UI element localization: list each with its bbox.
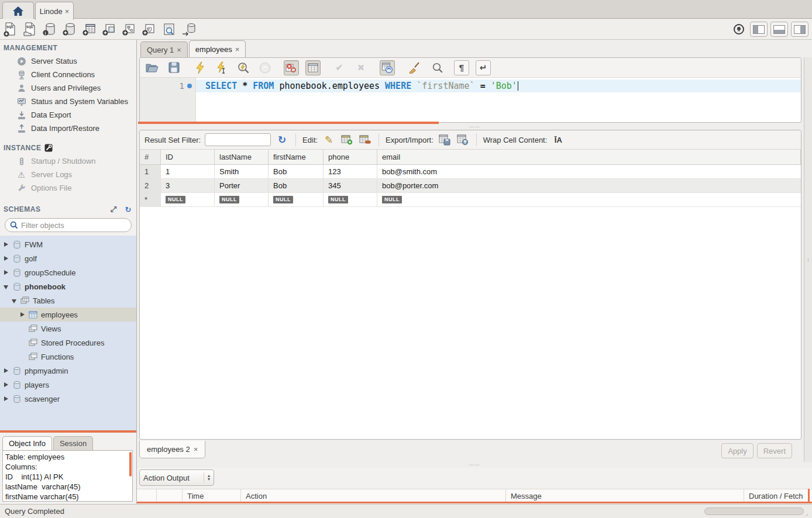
close-icon[interactable]: ×: [177, 46, 181, 54]
table-row[interactable]: 1 1 Smith Bob 123 bob@smith.com: [140, 165, 801, 179]
commit-icon[interactable]: ✔: [332, 60, 347, 75]
tab-employees[interactable]: employees ×: [189, 40, 246, 57]
sidebar-item-data-import[interactable]: Data Import/Restore: [0, 122, 136, 135]
explain-query-icon[interactable]: [236, 60, 251, 75]
expander-icon[interactable]: [4, 396, 9, 402]
open-sql-script-icon[interactable]: SQL: [20, 20, 40, 38]
new-view-icon[interactable]: [99, 20, 119, 38]
close-icon[interactable]: ×: [194, 445, 198, 454]
tree-item-schema-golf[interactable]: golf: [0, 251, 136, 265]
notification-icon[interactable]: [731, 20, 747, 38]
connection-tab-linode[interactable]: Linode ×: [35, 2, 74, 20]
column-header-lastname[interactable]: lastName: [215, 150, 269, 164]
tree-item-functions-folder[interactable]: Functions: [0, 350, 136, 364]
table-row-new[interactable]: * NULL NULL NULL NULL NULL: [140, 193, 801, 207]
tree-item-schema-groupschedule[interactable]: groupSchedule: [0, 265, 136, 279]
apply-button[interactable]: Apply: [721, 443, 753, 458]
new-schema-icon[interactable]: [60, 20, 80, 38]
output-splitter[interactable]: ⋯⋯: [137, 462, 812, 468]
tree-item-views-folder[interactable]: Views: [0, 322, 136, 336]
toggle-bottom-panel-button[interactable]: [770, 22, 788, 37]
close-icon[interactable]: ×: [65, 7, 70, 16]
output-col-action[interactable]: Action: [241, 489, 506, 502]
show-invisibles-icon[interactable]: ¶: [454, 60, 469, 75]
export-recordset-icon[interactable]: [438, 133, 452, 146]
wrap-text-icon[interactable]: ↵: [476, 60, 491, 75]
resize-grip-icon[interactable]: ⣠: [805, 511, 811, 517]
new-sql-tab-icon[interactable]: SQL: [0, 20, 20, 38]
result-filter-input[interactable]: [205, 133, 271, 146]
tree-item-schema-phonebook[interactable]: phonebook: [0, 279, 136, 293]
tab-employees-2[interactable]: employees 2 ×: [139, 441, 205, 458]
rollback-icon[interactable]: ✖: [353, 60, 369, 75]
sidebar-item-users-privileges[interactable]: Users and Privileges: [0, 81, 136, 95]
revert-button[interactable]: Revert: [757, 443, 792, 458]
import-recordset-icon[interactable]: [456, 133, 470, 146]
close-icon[interactable]: ×: [235, 45, 240, 54]
toggle-autocommit-icon[interactable]: [380, 60, 395, 75]
tab-query-1[interactable]: Query 1 ×: [140, 42, 188, 57]
tree-item-schema-scavenger[interactable]: scavenger: [0, 392, 136, 406]
new-function-icon[interactable]: f(): [139, 20, 159, 38]
refresh-result-icon[interactable]: ↻: [275, 133, 289, 146]
expand-schemas-icon[interactable]: ⤢: [111, 205, 117, 214]
sidebar-item-startup-shutdown[interactable]: Startup / Shutdown: [0, 154, 136, 168]
search-table-data-icon[interactable]: [159, 20, 179, 38]
expander-icon[interactable]: [4, 256, 9, 261]
expander-icon[interactable]: [20, 312, 25, 317]
sidebar-item-server-logs[interactable]: ⚠Server Logs: [0, 168, 136, 181]
expander-icon[interactable]: [12, 298, 17, 303]
table-row[interactable]: 2 3 Porter Bob 345 bob@porter.com: [140, 179, 801, 193]
sidebar-item-data-export[interactable]: Data Export: [0, 108, 136, 122]
sql-code-area[interactable]: 1 SELECT * FROM phonebook.employees WHER…: [140, 78, 801, 122]
tree-item-tables-folder[interactable]: Tables: [0, 293, 136, 308]
edit-cell-icon[interactable]: ✎: [322, 133, 336, 146]
execute-current-statement-icon[interactable]: [214, 60, 229, 75]
new-procedure-icon[interactable]: [119, 20, 139, 38]
tree-item-schema-players[interactable]: players: [0, 378, 136, 392]
sidebar-item-server-status[interactable]: Server Status: [0, 54, 136, 68]
new-table-icon[interactable]: [80, 20, 99, 38]
output-selector[interactable]: Action Output ▴▾: [139, 469, 214, 486]
stop-query-icon[interactable]: [257, 60, 273, 75]
column-header-id[interactable]: ID: [161, 150, 215, 164]
sidebar-item-client-connections[interactable]: Client Connections: [0, 68, 136, 81]
tree-item-schema-fwm[interactable]: FWM: [0, 237, 136, 251]
expander-icon[interactable]: [4, 368, 9, 374]
find-icon[interactable]: [430, 60, 445, 75]
beautify-sql-icon[interactable]: [406, 60, 421, 75]
tab-object-info[interactable]: Object Info: [2, 436, 52, 450]
output-col-message[interactable]: Message: [506, 489, 744, 502]
column-header-email[interactable]: email: [377, 150, 801, 164]
horizontal-scrollbar-thumb[interactable]: [704, 507, 804, 515]
reconnect-dbms-icon[interactable]: [179, 20, 199, 38]
tab-session[interactable]: Session: [53, 436, 93, 450]
toggle-stop-on-error-icon[interactable]: [284, 60, 299, 75]
toggle-left-sidebar-button[interactable]: [750, 22, 768, 37]
tree-item-stored-procedures-folder[interactable]: Stored Procedures: [0, 336, 136, 350]
insert-row-icon[interactable]: [340, 133, 354, 146]
execute-query-icon[interactable]: [192, 60, 208, 75]
schema-inspector-icon[interactable]: i: [40, 20, 60, 38]
filter-objects-input[interactable]: [21, 221, 126, 230]
right-sidebar-splitter[interactable]: ⁝: [804, 57, 812, 462]
home-tab[interactable]: [2, 2, 34, 19]
tree-item-schema-phpmyadmin[interactable]: phpmyadmin: [0, 364, 136, 378]
refresh-schemas-icon[interactable]: ↻: [125, 205, 132, 214]
column-header-firstname[interactable]: firstName: [269, 150, 324, 164]
expander-icon[interactable]: [4, 382, 9, 388]
output-col-duration[interactable]: Duration / Fetch: [744, 489, 812, 502]
editor-result-splitter[interactable]: ⋯⋯: [137, 124, 812, 130]
output-col-time[interactable]: Time: [183, 489, 241, 502]
limit-rows-icon[interactable]: [305, 60, 321, 75]
sql-text[interactable]: SELECT * FROM phonebook.employees WHERE …: [196, 78, 801, 122]
expander-icon[interactable]: [4, 270, 9, 275]
save-icon[interactable]: [166, 60, 181, 75]
tree-item-table-employees[interactable]: employees: [0, 308, 136, 322]
expander-icon[interactable]: [4, 284, 9, 289]
sidebar-item-options-file[interactable]: Options File: [0, 181, 136, 195]
column-header-phone[interactable]: phone: [324, 150, 377, 164]
expander-icon[interactable]: [4, 242, 9, 247]
object-info-scrollbar[interactable]: [129, 452, 132, 476]
open-file-icon[interactable]: [144, 60, 160, 75]
